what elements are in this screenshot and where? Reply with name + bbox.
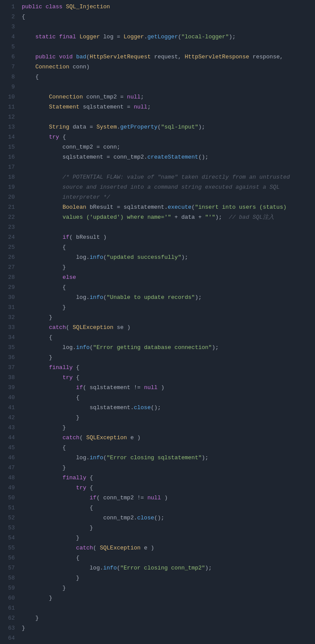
line-number: 44	[3, 433, 15, 443]
code-line	[22, 22, 312, 32]
line-number: 58	[3, 573, 15, 583]
line-number: 14	[3, 132, 15, 142]
code-line: values ('updated') where name='" + data …	[22, 212, 312, 222]
line-number: 22	[3, 212, 15, 222]
code-line: {	[22, 553, 312, 563]
code-line: if( bResult )	[22, 232, 312, 242]
code-content: public class SQL_Injection{ static final…	[18, 2, 315, 643]
line-number: 9	[3, 82, 15, 92]
code-line: log.info("Error closing conn_tmp2");	[22, 563, 312, 573]
line-number: 23	[3, 222, 15, 232]
line-number: 6	[3, 52, 15, 62]
line-number: 37	[3, 363, 15, 373]
line-number: 7	[3, 62, 15, 72]
line-number: 29	[3, 282, 15, 292]
code-line	[22, 42, 312, 52]
code-line: catch( SQLException e )	[22, 543, 312, 553]
line-number: 59	[3, 583, 15, 593]
line-number: 28	[3, 272, 15, 282]
line-number: 60	[3, 593, 15, 603]
line-number: 16	[3, 152, 15, 162]
code-line	[22, 112, 312, 122]
code-line: try {	[22, 132, 312, 142]
code-line: if( conn_tmp2 != null )	[22, 493, 312, 503]
line-number: 2	[3, 12, 15, 22]
line-number: 20	[3, 192, 15, 202]
code-line: try {	[22, 483, 312, 493]
line-number: 11	[3, 102, 15, 112]
line-number: 30	[3, 292, 15, 302]
line-number: 50	[3, 493, 15, 503]
line-number: 36	[3, 353, 15, 363]
code-line: public void bad(HttpServletRequest reque…	[22, 52, 312, 62]
code-line: if( sqlstatement != null )	[22, 383, 312, 393]
code-line: Boolean bResult = sqlstatement.execute("…	[22, 202, 312, 212]
line-number: 34	[3, 332, 15, 342]
line-number: 62	[3, 613, 15, 623]
code-line	[22, 222, 312, 232]
code-line	[22, 603, 312, 613]
code-line: {	[22, 12, 312, 22]
line-number: 54	[3, 533, 15, 543]
code-line: }	[22, 623, 312, 633]
code-line: catch( SQLException e )	[22, 433, 312, 443]
code-line: log.info("updated successfully");	[22, 252, 312, 262]
line-number: 56	[3, 553, 15, 563]
code-line: }	[22, 262, 312, 272]
line-number: 10	[3, 92, 15, 102]
code-line: log.info("Unable to update records");	[22, 292, 312, 302]
line-number: 31	[3, 302, 15, 312]
line-number: 33	[3, 322, 15, 332]
line-number: 12	[3, 112, 15, 122]
line-number: 15	[3, 142, 15, 152]
code-line: }	[22, 423, 312, 433]
code-line: }	[22, 353, 312, 363]
code-line: }	[22, 613, 312, 623]
code-line: /* POTENTIAL FLAW: value of "name" taken…	[22, 172, 312, 182]
line-number: 41	[3, 403, 15, 413]
code-line: sqlstatement.close();	[22, 403, 312, 413]
code-line: }	[22, 463, 312, 473]
code-line: }	[22, 533, 312, 543]
code-line	[22, 162, 312, 172]
code-line: }	[22, 593, 312, 603]
code-line: Statement sqlstatement = null;	[22, 102, 312, 112]
line-number: 13	[3, 122, 15, 132]
code-line: static final Logger log = Logger.getLogg…	[22, 32, 312, 42]
code-line	[22, 82, 312, 92]
line-number: 42	[3, 413, 15, 423]
line-number: 21	[3, 202, 15, 212]
code-line: catch( SQLException se )	[22, 322, 312, 332]
line-number: 45	[3, 443, 15, 453]
code-line: conn_tmp2 = conn;	[22, 142, 312, 152]
code-line: interpreter */	[22, 192, 312, 202]
code-line: }	[22, 302, 312, 312]
line-number: 52	[3, 513, 15, 523]
line-number: 3	[3, 22, 15, 32]
line-number: 32	[3, 312, 15, 322]
line-number: 25	[3, 242, 15, 252]
code-line: public class SQL_Injection	[22, 2, 312, 12]
line-number: 4	[3, 32, 15, 42]
code-line: log.info("Error closing sqlstatement");	[22, 453, 312, 463]
line-number: 24	[3, 232, 15, 242]
line-number: 46	[3, 453, 15, 463]
line-number: 51	[3, 503, 15, 513]
code-line: finally {	[22, 473, 312, 483]
line-number: 64	[3, 633, 15, 643]
code-line: Connection conn_tmp2 = null;	[22, 92, 312, 102]
line-number: 63	[3, 623, 15, 633]
line-number: 39	[3, 383, 15, 393]
code-line	[22, 633, 312, 643]
line-number: 55	[3, 543, 15, 553]
line-number: 1	[3, 2, 15, 12]
code-line: log.info("Error getting database connect…	[22, 342, 312, 353]
code-line: else	[22, 272, 312, 282]
code-line: source and inserted into a command strin…	[22, 182, 312, 192]
line-number: 57	[3, 563, 15, 573]
code-line: Connection conn)	[22, 62, 312, 72]
code-line: {	[22, 393, 312, 403]
code-line: try {	[22, 373, 312, 383]
code-line: }	[22, 523, 312, 533]
line-number: 53	[3, 523, 15, 533]
